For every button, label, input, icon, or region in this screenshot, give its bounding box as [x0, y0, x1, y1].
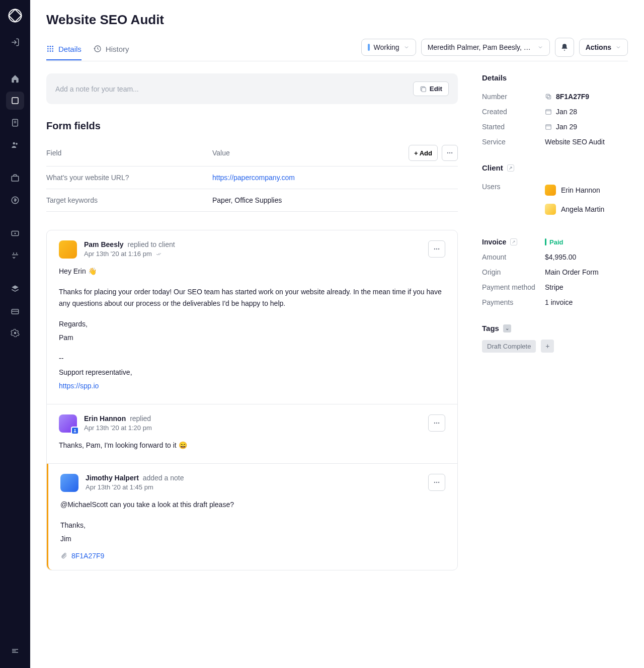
message-link[interactable]: https://spp.io: [59, 382, 99, 390]
detail-number: 8F1A27F9: [556, 93, 589, 101]
svg-point-25: [52, 50, 53, 52]
tab-details[interactable]: Details: [46, 39, 82, 60]
tags-heading: Tags: [482, 324, 499, 332]
dots-icon: [433, 245, 440, 253]
message-more-button[interactable]: [428, 474, 445, 491]
message: Erin Hannon replied Apr 13th '20 at 1:20…: [47, 404, 457, 464]
tags-expand-icon[interactable]: ⌄: [503, 324, 511, 332]
detail-label: Payment method: [482, 283, 545, 291]
svg-point-24: [50, 50, 51, 52]
svg-rect-43: [546, 110, 551, 114]
copy-icon[interactable]: [545, 93, 552, 100]
assignees-label: Meredith Palmer, Pam Beesly, Jimothy...: [428, 43, 533, 51]
sidebar-tickets-icon[interactable]: [6, 224, 24, 242]
message-time: Apr 13th '20 at 1:16 pm: [84, 250, 152, 258]
svg-point-39: [436, 482, 437, 483]
message-line: Thanks, Pam, I'm looking forward to it 😄: [59, 440, 445, 451]
svg-point-20: [47, 48, 49, 50]
svg-point-28: [447, 152, 448, 153]
message-action: replied: [130, 414, 151, 423]
sidebar-services-icon[interactable]: [6, 169, 24, 187]
form-col-value: Value: [212, 149, 409, 157]
invoice-method: Stripe: [545, 283, 564, 291]
invoice-heading: Invoice: [482, 238, 506, 246]
svg-point-30: [451, 152, 452, 153]
team-note-input[interactable]: Add a note for your team... Edit: [46, 73, 458, 104]
message-line: Jim: [60, 533, 445, 545]
sidebar-login-icon[interactable]: [6, 33, 24, 51]
form-field-value-link[interactable]: https://papercompany.com: [212, 174, 295, 182]
message-line: @MichaelScott can you take a look at thi…: [60, 499, 445, 511]
message-action: replied to client: [128, 240, 175, 248]
svg-point-35: [434, 423, 435, 424]
tag-chip[interactable]: Draft Complete: [482, 340, 536, 353]
actions-label: Actions: [586, 43, 611, 51]
status-dropdown[interactable]: Working: [361, 39, 416, 56]
calendar-icon: [545, 108, 552, 115]
page-title: Website SEO Audit: [46, 12, 628, 28]
form-field-label: What's your website URL?: [46, 174, 212, 182]
invoice-amount: $4,995.00: [545, 253, 576, 261]
invoice-payments: 1 invoice: [545, 298, 573, 306]
svg-point-29: [449, 152, 450, 153]
note-placeholder: Add a note for your team...: [55, 85, 139, 93]
sidebar-integrations-icon[interactable]: [6, 246, 24, 265]
tab-details-label: Details: [58, 45, 82, 53]
detail-label: Payments: [482, 298, 545, 306]
form-more-button[interactable]: [442, 145, 458, 161]
svg-point-13: [14, 332, 17, 335]
assignees-dropdown[interactable]: Meredith Palmer, Pam Beesly, Jimothy...: [421, 39, 550, 56]
message-more-button[interactable]: [428, 414, 445, 432]
svg-point-5: [13, 142, 16, 145]
tab-history[interactable]: History: [94, 39, 129, 60]
form-field-value: Paper, Office Supplies: [212, 196, 458, 204]
external-link-icon[interactable]: ↗: [507, 164, 514, 172]
grid-icon: [46, 45, 54, 53]
svg-point-17: [47, 46, 49, 47]
message-author: Pam Beesly: [84, 240, 124, 248]
svg-point-38: [434, 482, 435, 483]
sidebar-clients-icon[interactable]: [6, 136, 24, 154]
svg-point-34: [74, 429, 76, 431]
sidebar-briefcase-icon[interactable]: [6, 302, 24, 320]
message-line: Hey Erin 👋: [59, 266, 445, 277]
bell-icon: [560, 43, 569, 51]
attachment-link[interactable]: 8F1A27F9: [71, 552, 104, 560]
svg-point-23: [47, 50, 49, 52]
sidebar-home-icon[interactable]: [6, 69, 24, 88]
actions-dropdown[interactable]: Actions: [579, 39, 628, 56]
paid-badge: Paid: [545, 238, 563, 246]
message-author: Erin Hannon: [84, 414, 126, 423]
detail-created: Jan 28: [556, 108, 577, 116]
sidebar-billing-icon[interactable]: [6, 191, 24, 209]
svg-rect-41: [547, 96, 551, 99]
client-user[interactable]: Erin Hannon: [545, 183, 600, 198]
svg-point-19: [52, 46, 53, 47]
message-more-button[interactable]: [428, 240, 445, 258]
svg-rect-42: [546, 94, 549, 98]
details-heading: Details: [482, 73, 628, 82]
form-field-label: Target keywords: [46, 196, 212, 204]
external-link-icon[interactable]: ↗: [510, 238, 517, 245]
tab-history-label: History: [106, 45, 129, 53]
form-row: Target keywords Paper, Office Supplies: [46, 189, 458, 212]
avatar: [545, 185, 556, 196]
client-badge-icon: [71, 427, 79, 435]
chevron-down-icon: [615, 44, 621, 50]
detail-label: Created: [482, 108, 545, 116]
add-tag-button[interactable]: +: [541, 340, 554, 353]
client-user[interactable]: Angela Martin: [545, 202, 604, 217]
detail-service: Website SEO Audit: [545, 138, 605, 146]
svg-point-18: [50, 46, 51, 47]
notifications-button[interactable]: [555, 38, 574, 57]
invoice-origin: Main Order Form: [545, 268, 599, 276]
sidebar-docs-icon[interactable]: [6, 114, 24, 132]
sidebar-layers-icon[interactable]: [6, 280, 24, 298]
sidebar-collapse-icon[interactable]: [6, 642, 24, 660]
sidebar-settings-icon[interactable]: [6, 324, 24, 342]
sidebar-orders-icon[interactable]: [6, 92, 24, 110]
history-icon: [94, 45, 102, 53]
svg-point-37: [438, 423, 439, 424]
edit-note-button[interactable]: Edit: [413, 81, 449, 96]
add-field-button[interactable]: + Add: [409, 145, 438, 161]
